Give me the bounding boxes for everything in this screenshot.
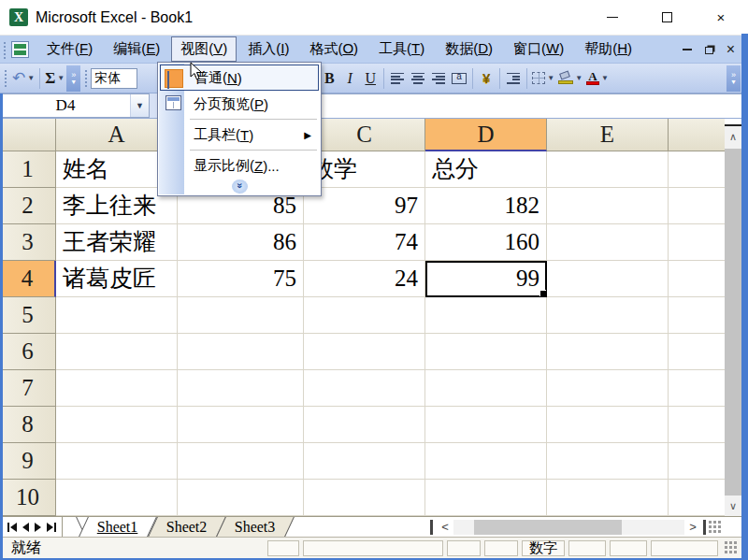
last-sheet-button[interactable] <box>47 523 56 532</box>
cell-F3[interactable] <box>669 224 726 261</box>
first-sheet-button[interactable] <box>7 523 17 532</box>
row-header-1[interactable]: 1 <box>0 151 56 188</box>
cell-B3[interactable]: 86 <box>178 224 304 261</box>
view-menu-item-N[interactable]: 普通(N) <box>160 65 319 91</box>
next-sheet-button[interactable] <box>35 523 41 532</box>
cell-E2[interactable] <box>547 188 669 224</box>
align-right-button[interactable] <box>428 67 449 90</box>
column-header-D[interactable]: D <box>425 119 547 151</box>
cell-F7[interactable] <box>669 370 726 407</box>
row-header-8[interactable]: 8 <box>0 407 56 443</box>
font-color-button[interactable]: A ▼ <box>584 67 611 90</box>
cell-A10[interactable] <box>56 480 178 516</box>
increase-indent-button[interactable] <box>503 67 524 90</box>
cell-C7[interactable] <box>304 370 425 407</box>
align-left-button[interactable] <box>387 67 408 90</box>
cell-C4[interactable]: 24 <box>304 261 425 297</box>
cell-A3[interactable]: 王者荣耀 <box>56 224 178 261</box>
row-header-3[interactable]: 3 <box>0 224 56 261</box>
cell-C3[interactable]: 74 <box>304 224 425 261</box>
cell-E7[interactable] <box>547 370 669 407</box>
cell-C5[interactable] <box>304 297 425 334</box>
undo-button[interactable]: ↶ ▼ <box>10 67 36 90</box>
view-menu-item-Z[interactable]: 显示比例(Z)... <box>160 152 319 179</box>
row-header-7[interactable]: 7 <box>0 370 56 407</box>
cell-A4[interactable]: 诸葛皮匠 <box>56 261 178 297</box>
resize-grip[interactable] <box>724 540 739 555</box>
menu-item-I[interactable]: 插入(I) <box>238 36 298 62</box>
cell-D7[interactable] <box>425 370 547 407</box>
toolbar-options-button[interactable]: » ▼ <box>66 65 80 92</box>
cell-A7[interactable] <box>56 370 178 407</box>
workbook-close-icon[interactable]: × <box>726 44 735 55</box>
cell-A8[interactable] <box>56 407 178 443</box>
cell-A5[interactable] <box>56 297 178 334</box>
menu-item-E[interactable]: 编辑(E) <box>104 36 169 62</box>
vertical-scroll-thumb[interactable] <box>725 149 741 495</box>
toolbar-drag-handle[interactable] <box>2 40 7 59</box>
cell-F5[interactable] <box>669 297 726 334</box>
scroll-down-icon[interactable]: ∨ <box>725 495 741 516</box>
workbook-minimize-icon[interactable] <box>683 49 692 50</box>
cell-C8[interactable] <box>304 407 425 443</box>
cell-F10[interactable] <box>669 480 726 516</box>
sheet-tab-sheet3[interactable]: Sheet3 <box>216 517 294 537</box>
font-name-combo[interactable]: 宋体 <box>91 68 137 89</box>
cell-D2[interactable]: 182 <box>425 188 547 224</box>
cell-E10[interactable] <box>547 480 669 516</box>
cell-C9[interactable] <box>304 443 425 480</box>
cell-F8[interactable] <box>669 407 726 443</box>
cell-F1[interactable] <box>669 151 726 188</box>
cell-C10[interactable] <box>304 480 425 516</box>
view-menu-item-P[interactable]: 分页预览(P) <box>160 91 319 117</box>
menu-item-D[interactable]: 数据(D) <box>436 36 502 62</box>
menu-item-T[interactable]: 工具(T) <box>369 36 434 62</box>
scroll-up-icon[interactable]: ∧ <box>725 126 741 147</box>
cell-B6[interactable] <box>178 334 304 370</box>
resize-grip[interactable] <box>708 520 723 535</box>
workbook-restore-icon[interactable] <box>705 47 713 54</box>
column-header-E[interactable]: E <box>547 119 669 151</box>
cell-C2[interactable]: 97 <box>304 188 425 224</box>
cell-D1[interactable]: 总分 <box>425 151 547 188</box>
cell-D10[interactable] <box>425 480 547 516</box>
cell-D8[interactable] <box>425 407 547 443</box>
row-header-6[interactable]: 6 <box>0 334 56 370</box>
menu-item-H[interactable]: 帮助(H) <box>575 36 641 62</box>
align-center-button[interactable] <box>408 67 428 90</box>
cell-E3[interactable] <box>547 224 669 261</box>
cell-F4[interactable] <box>669 261 726 297</box>
menu-item-W[interactable]: 窗口(W) <box>504 36 573 62</box>
close-button[interactable]: × <box>694 0 748 35</box>
name-box[interactable]: D4 ▼ <box>0 93 150 118</box>
merge-center-button[interactable] <box>449 67 469 90</box>
cell-A6[interactable] <box>56 334 178 370</box>
name-box-dropdown-icon[interactable]: ▼ <box>130 94 149 117</box>
bold-button[interactable]: B <box>319 67 339 90</box>
fill-color-button[interactable]: ▼ <box>556 67 584 90</box>
cell-C1[interactable]: 数学 <box>304 151 425 188</box>
cell-E9[interactable] <box>547 443 669 480</box>
menu-item-V[interactable]: 视图(V) <box>171 36 237 62</box>
vertical-scrollbar[interactable]: ∧ ∨ <box>725 119 741 516</box>
row-header-9[interactable]: 9 <box>0 443 56 480</box>
cell-B9[interactable] <box>178 443 304 480</box>
toolbar-drag-handle[interactable] <box>3 68 7 89</box>
row-header-4[interactable]: 4 <box>0 261 56 297</box>
select-all-corner[interactable] <box>0 119 56 151</box>
underline-button[interactable]: U <box>360 67 381 90</box>
row-header-10[interactable]: 10 <box>0 480 56 516</box>
cell-C6[interactable] <box>304 334 425 370</box>
horizontal-scrollbar[interactable]: < > <box>430 517 723 537</box>
toolbar-options-button-2[interactable]: » ▼ <box>726 65 741 92</box>
currency-style-button[interactable]: ¥ <box>476 67 496 90</box>
cell-D4[interactable]: 99 <box>425 261 547 297</box>
italic-button[interactable]: I <box>339 67 360 90</box>
cell-B10[interactable] <box>178 480 304 516</box>
toolbar-drag-handle[interactable] <box>83 68 88 89</box>
view-menu-item-T[interactable]: 工具栏(T)▶ <box>160 122 319 148</box>
cell-E4[interactable] <box>547 261 669 297</box>
autosum-button[interactable]: Σ ▼ <box>43 67 66 90</box>
cell-D6[interactable] <box>425 334 547 370</box>
menu-item-O[interactable]: 格式(O) <box>300 36 367 62</box>
